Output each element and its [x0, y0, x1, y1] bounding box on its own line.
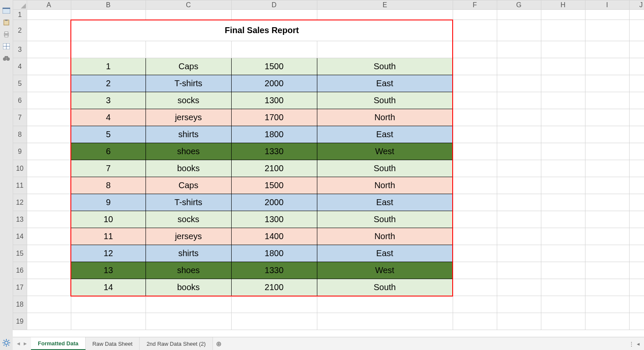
cell[interactable] — [497, 211, 541, 228]
cell[interactable] — [585, 143, 629, 160]
cell[interactable] — [585, 92, 629, 109]
cell[interactable] — [629, 194, 644, 211]
cell[interactable] — [497, 262, 541, 279]
cell[interactable] — [629, 279, 644, 296]
table-cell[interactable]: 10 — [71, 211, 146, 228]
tab-nav-arrows[interactable]: ◄► — [13, 337, 31, 350]
cell[interactable] — [541, 228, 585, 245]
table-cell[interactable]: Caps — [146, 177, 231, 194]
cell[interactable] — [585, 245, 629, 262]
cell[interactable] — [629, 228, 644, 245]
table-cell[interactable]: jerseys — [146, 228, 231, 245]
table-column-header[interactable]: Region — [317, 41, 453, 58]
table-column-header[interactable]: Items — [146, 41, 231, 58]
cell[interactable] — [629, 126, 644, 143]
cell[interactable] — [497, 279, 541, 296]
cell[interactable] — [585, 75, 629, 92]
table-cell[interactable]: 3 — [71, 92, 146, 109]
sheet-tab[interactable]: 2nd Raw Data Sheet (2) — [140, 337, 213, 350]
column-header[interactable]: C — [146, 0, 231, 10]
table-cell[interactable]: shirts — [146, 126, 231, 143]
cell[interactable] — [146, 313, 231, 330]
window-icon[interactable] — [3, 8, 10, 14]
cell[interactable] — [453, 109, 497, 126]
cell[interactable] — [497, 126, 541, 143]
cell[interactable] — [629, 58, 644, 75]
column-header[interactable]: B — [71, 0, 146, 10]
cell[interactable] — [497, 228, 541, 245]
table-cell[interactable]: 8 — [71, 177, 146, 194]
table-cell[interactable]: 1800 — [231, 126, 317, 143]
cell[interactable] — [585, 58, 629, 75]
table-cell[interactable]: 11 — [71, 228, 146, 245]
table-cell[interactable]: South — [317, 211, 453, 228]
cell[interactable] — [453, 20, 497, 41]
cell[interactable] — [27, 75, 71, 92]
cell[interactable] — [585, 10, 629, 20]
table-cell[interactable]: South — [317, 58, 453, 75]
cell[interactable] — [541, 10, 585, 20]
row-header[interactable]: 5 — [13, 75, 27, 92]
table-cell[interactable]: jerseys — [146, 109, 231, 126]
cell[interactable] — [541, 143, 585, 160]
row-header[interactable]: 8 — [13, 126, 27, 143]
row-header[interactable]: 1 — [13, 10, 27, 20]
cell[interactable] — [27, 10, 71, 20]
table-cell[interactable]: 2100 — [231, 279, 317, 296]
cell[interactable] — [497, 75, 541, 92]
table-cell[interactable]: T-shirts — [146, 75, 231, 92]
cell[interactable] — [629, 41, 644, 58]
column-header[interactable]: H — [541, 0, 585, 10]
cell[interactable] — [231, 296, 317, 313]
table-cell[interactable]: 1700 — [231, 109, 317, 126]
row-header[interactable]: 10 — [13, 160, 27, 177]
table-cell[interactable]: 14 — [71, 279, 146, 296]
cell[interactable] — [453, 10, 497, 20]
row-header[interactable]: 14 — [13, 228, 27, 245]
column-header[interactable]: D — [231, 0, 317, 10]
cell[interactable] — [629, 143, 644, 160]
cell[interactable] — [453, 177, 497, 194]
cell[interactable] — [71, 10, 146, 20]
cell[interactable] — [317, 296, 453, 313]
table-cell[interactable]: 7 — [71, 160, 146, 177]
cell[interactable] — [541, 109, 585, 126]
table-cell[interactable]: 1 — [71, 58, 146, 75]
cell[interactable] — [585, 177, 629, 194]
table-cell[interactable]: Caps — [146, 58, 231, 75]
column-header[interactable]: G — [497, 0, 541, 10]
table-cell[interactable]: shoes — [146, 262, 231, 279]
collapse-arrow-icon[interactable]: ◂ — [637, 341, 640, 347]
cell[interactable] — [146, 10, 231, 20]
cell[interactable] — [71, 313, 146, 330]
cell[interactable] — [629, 160, 644, 177]
table-cell[interactable]: 1300 — [231, 92, 317, 109]
spreadsheet-grid[interactable]: ABCDEFGHIJ12Final Sales Report3Sr. #Item… — [13, 0, 644, 337]
cell[interactable] — [27, 245, 71, 262]
table-cell[interactable]: East — [317, 194, 453, 211]
table-cell[interactable]: socks — [146, 211, 231, 228]
cell[interactable] — [453, 126, 497, 143]
table-cell[interactable]: 12 — [71, 245, 146, 262]
table-cell[interactable]: 13 — [71, 262, 146, 279]
binoculars-icon[interactable] — [3, 55, 10, 61]
table-cell[interactable]: East — [317, 245, 453, 262]
select-all-corner[interactable] — [13, 0, 27, 10]
cell[interactable] — [497, 41, 541, 58]
cell[interactable] — [541, 296, 585, 313]
table-cell[interactable]: shirts — [146, 245, 231, 262]
cell[interactable] — [585, 228, 629, 245]
row-header[interactable]: 19 — [13, 313, 27, 330]
cell[interactable] — [629, 20, 644, 41]
cell[interactable] — [585, 126, 629, 143]
cell[interactable] — [27, 109, 71, 126]
table-cell[interactable]: 1500 — [231, 177, 317, 194]
cell[interactable] — [585, 262, 629, 279]
cell[interactable] — [453, 211, 497, 228]
table-cell[interactable]: 2 — [71, 75, 146, 92]
cell[interactable] — [541, 92, 585, 109]
table-cell[interactable]: 1300 — [231, 211, 317, 228]
row-header[interactable]: 2 — [13, 20, 27, 41]
cell[interactable] — [585, 160, 629, 177]
cell[interactable] — [27, 228, 71, 245]
